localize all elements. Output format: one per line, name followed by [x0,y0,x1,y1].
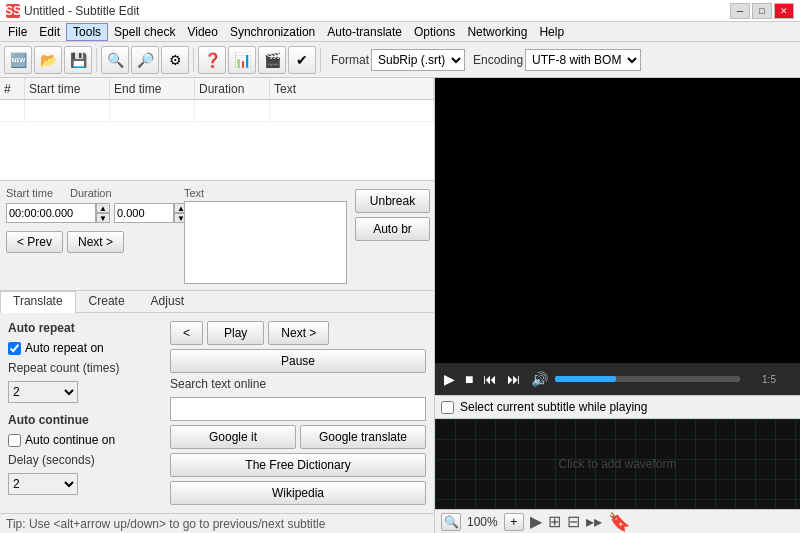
translate-right: < Play Next > Pause Search text online G… [170,321,426,505]
pause-button[interactable]: Pause [170,349,426,373]
encoding-select[interactable]: UTF-8 with BOM [525,49,641,71]
search-buttons-row: Google it Google translate [170,425,426,449]
cell [110,100,195,121]
toolbar-separator-1 [96,48,97,72]
search-text-input[interactable] [170,397,426,421]
google-it-button[interactable]: Google it [170,425,296,449]
maximize-button[interactable]: □ [752,3,772,19]
play-button[interactable]: Play [207,321,264,345]
open-button[interactable]: 📂 [34,46,62,74]
check-button[interactable]: ✔ [288,46,316,74]
titlebar-controls[interactable]: ─ □ ✕ [730,3,794,19]
menubar: File Edit Tools Spell check Video Synchr… [0,22,800,42]
start-time-up[interactable]: ▲ [96,203,110,213]
titlebar: SS Untitled - Subtitle Edit ─ □ ✕ [0,0,800,22]
toolbar: 🆕 📂 💾 🔍 🔎 ⚙ ❓ 📊 🎬 ✔ Format SubRip (.srt)… [0,42,800,78]
menu-spellcheck[interactable]: Spell check [108,24,181,40]
format-label: Format [331,53,369,67]
play-waveform-icon[interactable]: ▶ [530,512,542,531]
video-controls: ▶ ■ ⏮ ⏭ 🔊 1:5 [435,363,800,395]
prev-button[interactable]: < Prev [6,231,63,253]
unbreak-button[interactable]: Unbreak [355,189,430,213]
select-subtitle-checkbox[interactable] [441,401,454,414]
waveform-button[interactable]: 📊 [228,46,256,74]
duration-label: Duration [70,187,120,199]
video-placeholder [435,78,800,363]
start-time-spinner-btns[interactable]: ▲ ▼ [96,203,110,223]
auto-continue-on-checkbox[interactable] [8,434,21,447]
translate-content: Auto repeat Auto repeat on Repeat count … [8,321,426,505]
nav-buttons: < Prev Next > [6,231,176,253]
help-button[interactable]: ❓ [198,46,226,74]
google-translate-button[interactable]: Google translate [300,425,426,449]
subtitle-text-area[interactable] [184,201,347,284]
find-button[interactable]: 🔍 [101,46,129,74]
main-area: # Start time End time Duration Text [0,78,800,533]
waveform-action-icon-1[interactable]: ⊞ [548,512,561,531]
menu-networking[interactable]: Networking [461,24,533,40]
replace-button[interactable]: 🔎 [131,46,159,74]
minimize-button[interactable]: ─ [730,3,750,19]
next-play-button[interactable]: Next > [268,321,329,345]
menu-tools[interactable]: Tools [66,23,108,41]
save-button[interactable]: 💾 [64,46,92,74]
waveform-action-icon-3[interactable]: ▸▸ [586,512,602,531]
menu-video[interactable]: Video [181,24,223,40]
menu-options[interactable]: Options [408,24,461,40]
prev-play-button[interactable]: < [170,321,203,345]
zoom-in-icon[interactable]: + [504,513,524,531]
subtitle-table: # Start time End time Duration Text [0,78,434,181]
subtitle-check-bar: Select current subtitle while playing [435,395,800,419]
delay-label: Delay (seconds) [8,453,158,467]
waveform-placeholder-text: Click to add waveform [558,457,676,471]
video-button[interactable]: 🎬 [258,46,286,74]
tab-translate[interactable]: Translate [0,291,76,313]
start-time-row: Start time Duration [6,187,176,199]
tip-text: Tip: Use <alt+arrow up/down> to go to pr… [6,517,325,531]
delay-select[interactable]: 2 [8,473,78,495]
menu-edit[interactable]: Edit [33,24,66,40]
wikipedia-button[interactable]: Wikipedia [170,481,426,505]
video-area [435,78,800,363]
zoom-out-icon[interactable]: 🔍 [441,513,461,531]
video-progress-fill [555,376,616,382]
right-panel: ▶ ■ ⏮ ⏭ 🔊 1:5 Select current subtitle wh… [435,78,800,533]
settings-button[interactable]: ⚙ [161,46,189,74]
menu-synchronization[interactable]: Synchronization [224,24,321,40]
col-start-time: Start time [25,78,110,99]
select-subtitle-label: Select current subtitle while playing [460,400,647,414]
repeat-count-select[interactable]: 2 [8,381,78,403]
menu-help[interactable]: Help [533,24,570,40]
table-row[interactable] [0,100,434,122]
waveform-area[interactable]: Click to add waveform [435,419,800,509]
tab-create[interactable]: Create [76,291,138,312]
waveform-marker-icon[interactable]: 🔖 [608,511,630,533]
translate-left: Auto repeat Auto repeat on Repeat count … [8,321,158,505]
app-icon: SS [6,4,20,18]
duration-input[interactable] [114,203,174,223]
duration-spinner: ▲ ▼ [114,203,188,223]
start-time-down[interactable]: ▼ [96,213,110,223]
format-select[interactable]: SubRip (.srt) [371,49,465,71]
stop-video-button[interactable]: ■ [462,371,476,387]
frame-back-button[interactable]: ⏮ [480,371,500,387]
new-button[interactable]: 🆕 [4,46,32,74]
volume-button[interactable]: 🔊 [528,371,551,387]
free-dictionary-button[interactable]: The Free Dictionary [170,453,426,477]
frame-fwd-button[interactable]: ⏭ [504,371,524,387]
video-progress-bar[interactable] [555,376,740,382]
waveform-action-icon-2[interactable]: ⊟ [567,512,580,531]
zoom-level: 100% [467,515,498,529]
menu-autotranslate[interactable]: Auto-translate [321,24,408,40]
menu-file[interactable]: File [2,24,33,40]
next-button[interactable]: Next > [67,231,124,253]
col-end-time: End time [110,78,195,99]
cell [0,100,25,121]
auto-br-button[interactable]: Auto br [355,217,430,241]
start-time-input[interactable] [6,203,96,223]
play-video-button[interactable]: ▶ [441,371,458,387]
auto-repeat-on-checkbox[interactable] [8,342,21,355]
tab-adjust[interactable]: Adjust [138,291,197,312]
auto-continue-heading: Auto continue [8,413,158,427]
close-button[interactable]: ✕ [774,3,794,19]
